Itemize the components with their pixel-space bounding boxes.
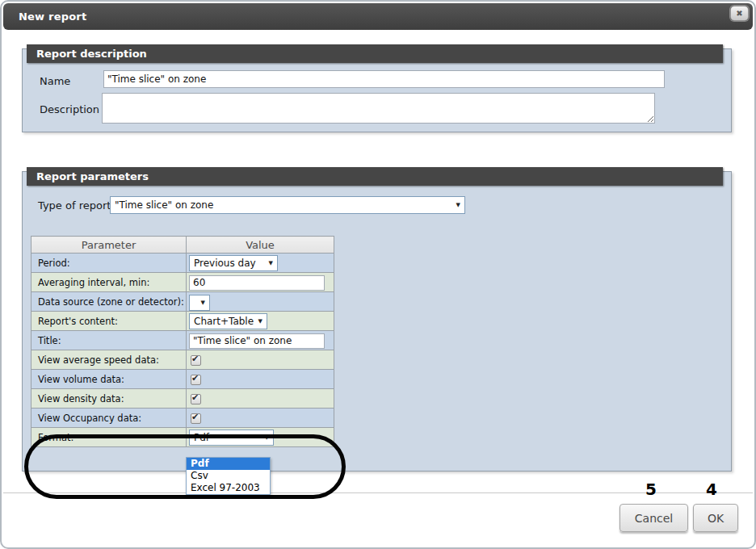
chevron-down-icon: ▼ [456,202,460,208]
table-row: Averaging interval, min: [32,273,334,292]
type-of-report-value: "Time slice" on zone [115,199,213,211]
title-input[interactable] [189,333,325,349]
param-label-format: Format: [32,428,187,447]
table-row: Format: Pdf ▼ [32,428,334,447]
new-report-dialog: New report ✖ Report description Name Des… [0,0,756,549]
cancel-button[interactable]: Cancel [620,504,688,532]
view-occupancy-checkbox[interactable]: ✔ [191,413,201,424]
report-parameters-header: Report parameters [27,167,723,186]
name-input[interactable] [103,70,665,88]
averaging-interval-input[interactable] [189,275,325,291]
table-row: View average speed data: ✔ [32,350,334,370]
param-label-data-source: Data source (zone or detector): [32,292,187,312]
type-of-report-select[interactable]: "Time slice" on zone ▼ [110,196,465,214]
description-label: Description [40,103,99,115]
format-dropdown-list: Pdf Csv Excel 97-2003 [186,457,271,495]
data-source-select[interactable]: ▼ [189,295,210,311]
report-parameters-section: Report parameters Type of report: "Time … [22,171,732,471]
period-select[interactable]: Previous day ▼ [189,255,278,271]
param-label-view-average-speed: View average speed data: [32,350,187,370]
dialog-titlebar: New report [3,3,753,30]
param-label-title: Title: [32,331,187,350]
type-of-report-label: Type of report: [38,199,115,212]
chevron-down-icon: ▼ [201,300,205,306]
chevron-down-icon: ▼ [258,318,262,325]
param-label-period: Period: [32,254,187,273]
table-row: View density data: ✔ [32,389,334,409]
checkmark-icon: ✔ [191,412,199,422]
table-row: Data source (zone or detector): ▼ [32,292,334,312]
close-icon: ✖ [736,9,742,18]
format-value: Pdf [194,432,209,443]
param-label-view-density: View density data: [32,389,187,409]
view-volume-checkbox[interactable]: ✔ [191,375,201,385]
param-label-averaging-interval: Averaging interval, min: [32,273,187,292]
chevron-down-icon: ▼ [269,260,273,266]
annotation-number-cancel: 5 [641,480,661,499]
name-label: Name [40,75,70,87]
table-row: View Occupancy data: ✔ [32,409,334,428]
chevron-down-icon: ▼ [265,434,269,441]
checkmark-icon: ✔ [191,354,199,364]
dialog-title: New report [3,10,86,23]
footer-divider [3,492,753,493]
report-description-section: Report description Name Description [22,48,732,132]
table-row: View volume data: ✔ [32,370,334,389]
column-header-value: Value [187,237,334,254]
ok-button[interactable]: OK [693,504,738,532]
parameters-table: Parameter Value Period: Previous day ▼ A… [31,236,334,447]
description-textarea[interactable] [102,93,655,124]
param-label-report-content: Report's content: [32,312,187,331]
close-button[interactable]: ✖ [730,6,749,21]
table-row: Report's content: Chart+Table ▼ [32,312,334,331]
param-label-view-occupancy: View Occupancy data: [32,409,187,428]
view-density-checkbox[interactable]: ✔ [191,394,201,404]
report-content-value: Chart+Table [194,316,254,327]
column-header-parameter: Parameter [32,237,187,254]
format-select[interactable]: Pdf ▼ [189,430,274,446]
format-option-pdf[interactable]: Pdf [187,458,270,470]
checkmark-icon: ✔ [191,392,199,403]
format-option-excel[interactable]: Excel 97-2003 [187,482,270,494]
table-row: Period: Previous day ▼ [32,254,334,273]
param-label-view-volume: View volume data: [32,370,187,389]
view-average-speed-checkbox[interactable]: ✔ [191,355,201,366]
checkmark-icon: ✔ [191,373,199,383]
report-description-header: Report description [27,44,723,63]
report-content-select[interactable]: Chart+Table ▼ [189,313,267,329]
table-header-row: Parameter Value [32,237,334,254]
format-option-csv[interactable]: Csv [187,470,270,482]
annotation-number-ok: 4 [702,480,721,499]
table-row: Title: [32,331,334,350]
period-value: Previous day [194,258,256,269]
